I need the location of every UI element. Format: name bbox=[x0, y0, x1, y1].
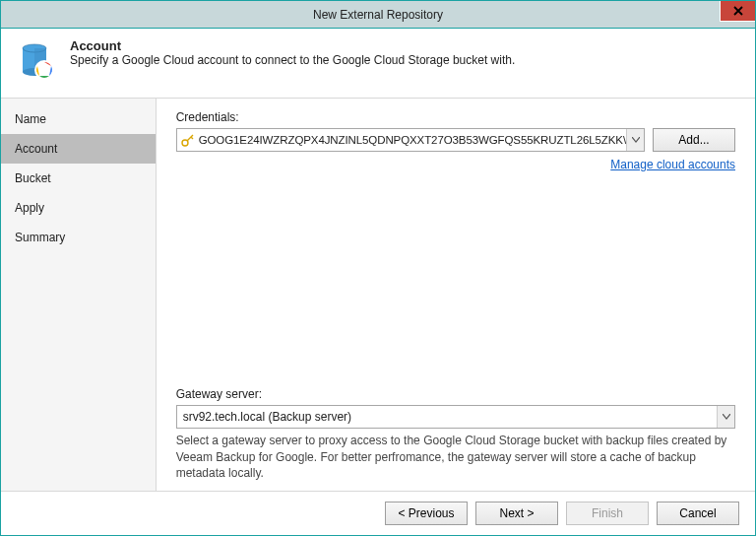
chevron-down-icon bbox=[626, 129, 644, 151]
key-icon bbox=[181, 133, 195, 147]
previous-button[interactable]: < Previous bbox=[385, 502, 468, 525]
chevron-down-icon bbox=[717, 406, 734, 428]
finish-button[interactable]: Finish bbox=[566, 502, 649, 525]
gateway-block: Gateway server: srv92.tech.local (Backup… bbox=[176, 387, 735, 481]
step-content: Credentials: GOOG1E24IWZRZQPX4JNZINL5QDN… bbox=[157, 99, 755, 491]
wizard-buttons: < Previous Next > Finish Cancel bbox=[1, 491, 755, 535]
step-label: Apply bbox=[15, 201, 44, 215]
step-apply[interactable]: Apply bbox=[1, 193, 156, 223]
step-subtitle: Specify a Google Cloud account to connec… bbox=[70, 53, 515, 67]
step-label: Bucket bbox=[15, 171, 51, 185]
wizard-body: Name Account Bucket Apply Summary Creden… bbox=[1, 99, 755, 491]
svg-point-5 bbox=[40, 66, 48, 74]
wizard-window: New External Repository Ac bbox=[0, 0, 756, 536]
content-spacer bbox=[176, 171, 735, 387]
gateway-label: Gateway server: bbox=[176, 387, 735, 401]
step-account[interactable]: Account bbox=[1, 134, 156, 164]
step-summary[interactable]: Summary bbox=[1, 223, 156, 252]
step-label: Account bbox=[15, 142, 57, 156]
gateway-help-text: Select a gateway server to proxy access … bbox=[176, 433, 735, 481]
cancel-button[interactable]: Cancel bbox=[657, 502, 739, 525]
header-text: Account Specify a Google Cloud account t… bbox=[70, 38, 515, 67]
wizard-header: Account Specify a Google Cloud account t… bbox=[1, 29, 755, 99]
window-title: New External Repository bbox=[313, 8, 443, 22]
gateway-value: srv92.tech.local (Backup server) bbox=[183, 410, 351, 424]
add-credentials-button[interactable]: Add... bbox=[653, 128, 735, 152]
gateway-combobox[interactable]: srv92.tech.local (Backup server) bbox=[176, 405, 735, 429]
titlebar: New External Repository bbox=[1, 1, 755, 29]
step-label: Name bbox=[15, 112, 46, 126]
next-button[interactable]: Next > bbox=[475, 502, 558, 525]
credentials-value: GOOG1E24IWZRZQPX4JNZINL5QDNPQXXT27O3B53W… bbox=[199, 134, 626, 146]
step-title: Account bbox=[70, 38, 515, 53]
manage-cloud-accounts-link[interactable]: Manage cloud accounts bbox=[610, 158, 735, 171]
step-label: Summary bbox=[15, 231, 65, 244]
credentials-combobox[interactable]: GOOG1E24IWZRZQPX4JNZINL5QDNPQXXT27O3B53W… bbox=[176, 128, 645, 152]
close-icon bbox=[733, 6, 743, 16]
step-name[interactable]: Name bbox=[1, 104, 156, 134]
credentials-label: Credentials: bbox=[176, 110, 735, 124]
credentials-row: GOOG1E24IWZRZQPX4JNZINL5QDNPQXXT27O3B53W… bbox=[176, 128, 735, 152]
close-button[interactable] bbox=[720, 1, 755, 22]
step-bucket[interactable]: Bucket bbox=[1, 164, 156, 193]
repository-cloud-icon bbox=[15, 40, 58, 84]
wizard-steps: Name Account Bucket Apply Summary bbox=[1, 99, 157, 491]
